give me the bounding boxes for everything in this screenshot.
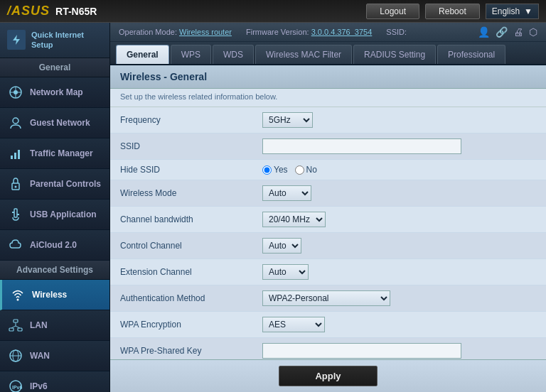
main-layout: Quick Internet Setup General Network Map bbox=[0, 23, 546, 392]
control-channel-control: Auto 1 6 11 bbox=[262, 238, 536, 254]
hide-ssid-radio-group: Yes No bbox=[262, 165, 317, 175]
wireless-icon bbox=[9, 286, 26, 303]
user-icon[interactable]: 👤 bbox=[478, 26, 490, 38]
sidebar-item-wan[interactable]: WAN bbox=[0, 341, 109, 371]
sidebar-label-wireless: Wireless bbox=[32, 290, 67, 300]
wpa-encryption-select[interactable]: AES TKIP TKIP+AES bbox=[262, 317, 325, 332]
form-inner: Wireless - General Set up the wireless r… bbox=[110, 65, 546, 392]
sidebar-label-lan: LAN bbox=[30, 320, 48, 330]
form-row-control-channel: Control Channel Auto 1 6 11 bbox=[110, 233, 546, 259]
form-row-ssid: SSID bbox=[110, 134, 546, 160]
tab-radius-setting[interactable]: RADIUS Setting bbox=[353, 45, 436, 64]
wan-icon bbox=[7, 347, 24, 364]
auth-method-select[interactable]: Open System WPA-Personal WPA2-Personal W… bbox=[262, 290, 390, 306]
form-row-hide-ssid: Hide SSID Yes No bbox=[110, 160, 546, 180]
hide-ssid-label: Hide SSID bbox=[120, 165, 262, 175]
frequency-label: Frequency bbox=[120, 115, 262, 125]
logout-button[interactable]: Logout bbox=[366, 4, 419, 19]
operation-mode-link[interactable]: Wireless router bbox=[179, 28, 232, 36]
svg-rect-19 bbox=[18, 328, 22, 331]
sidebar-item-traffic-manager[interactable]: Traffic Manager bbox=[0, 138, 109, 169]
form-content: setuprouter Wireless - General Set up th… bbox=[110, 65, 546, 392]
quick-setup-label: Quick Internet Setup bbox=[31, 30, 102, 50]
usb-application-icon bbox=[7, 206, 24, 223]
form-row-auth-method: Authentication Method Open System WPA-Pe… bbox=[110, 285, 546, 312]
language-select[interactable]: English ▼ bbox=[486, 4, 539, 19]
quick-setup-icon bbox=[7, 30, 26, 50]
form-title: Wireless - General bbox=[110, 65, 546, 89]
wireless-tabs: General WPS WDS Wireless MAC Filter RADI… bbox=[110, 42, 546, 65]
sidebar-label-network-map: Network Map bbox=[30, 87, 83, 97]
svg-line-22 bbox=[16, 326, 20, 328]
usb-icon[interactable]: ⬡ bbox=[529, 26, 537, 38]
ipv6-icon: IPv6 bbox=[7, 378, 24, 392]
apply-button[interactable]: Apply bbox=[279, 366, 377, 386]
sidebar-item-network-map[interactable]: Network Map bbox=[0, 77, 109, 108]
ssid-info: SSID: bbox=[386, 28, 407, 36]
logo: /ASUS RT-N65R bbox=[7, 4, 97, 18]
svg-rect-17 bbox=[14, 320, 18, 322]
wpa-key-input[interactable] bbox=[262, 343, 461, 359]
general-section-header: General bbox=[0, 58, 109, 77]
guest-network-icon bbox=[7, 114, 24, 131]
tab-professional[interactable]: Professional bbox=[437, 45, 505, 64]
tab-general[interactable]: General bbox=[116, 45, 169, 64]
quick-internet-setup[interactable]: Quick Internet Setup bbox=[0, 23, 109, 58]
tab-wps[interactable]: WPS bbox=[171, 45, 211, 64]
hide-ssid-control: Yes No bbox=[262, 165, 536, 175]
svg-point-16 bbox=[17, 298, 19, 300]
ssid-control bbox=[262, 138, 536, 154]
svg-rect-9 bbox=[14, 153, 16, 159]
wpa-key-control bbox=[262, 343, 536, 359]
svg-rect-10 bbox=[18, 150, 20, 159]
wpa-encryption-label: WPA Encryption bbox=[120, 320, 262, 330]
tab-wireless-mac-filter[interactable]: Wireless MAC Filter bbox=[255, 45, 352, 64]
printer-icon[interactable]: 🖨 bbox=[513, 26, 523, 38]
chevron-down-icon: ▼ bbox=[524, 6, 532, 16]
svg-marker-0 bbox=[13, 35, 20, 45]
traffic-manager-icon bbox=[7, 145, 24, 162]
extension-channel-label: Extension Channel bbox=[120, 267, 262, 277]
hide-ssid-yes-label[interactable]: Yes bbox=[262, 165, 288, 175]
svg-point-2 bbox=[14, 90, 18, 94]
hide-ssid-no-radio[interactable] bbox=[295, 165, 304, 175]
svg-rect-14 bbox=[12, 212, 14, 213]
channel-bandwidth-label: Channel bandwidth bbox=[120, 214, 262, 224]
wireless-mode-label: Wireless Mode bbox=[120, 188, 262, 198]
tab-wds[interactable]: WDS bbox=[213, 45, 254, 64]
svg-point-12 bbox=[15, 185, 17, 187]
advanced-section-header: Advanced Settings bbox=[0, 261, 109, 280]
svg-rect-8 bbox=[11, 156, 13, 159]
wpa-key-label: WPA Pre-Shared Key bbox=[120, 346, 262, 356]
sidebar-item-ipv6[interactable]: IPv6 IPv6 bbox=[0, 371, 109, 392]
form-row-extension-channel: Extension Channel Auto Above Below bbox=[110, 259, 546, 285]
channel-bandwidth-select[interactable]: 20 MHz 20/40 MHz 40 MHz bbox=[262, 212, 326, 227]
hide-ssid-yes-radio[interactable] bbox=[262, 165, 272, 175]
sidebar-item-lan[interactable]: LAN bbox=[0, 310, 109, 341]
frequency-select[interactable]: 2.4GHz 5GHz bbox=[262, 112, 313, 128]
sidebar-label-wan: WAN bbox=[30, 351, 50, 361]
sidebar-item-wireless[interactable]: Wireless bbox=[0, 280, 109, 310]
aicloud-icon bbox=[7, 236, 24, 254]
parental-controls-icon bbox=[7, 175, 24, 192]
ssid-input[interactable] bbox=[262, 138, 461, 154]
info-bar-icons: 👤 🔗 🖨 ⬡ bbox=[478, 26, 537, 38]
reboot-button[interactable]: Reboot bbox=[425, 4, 480, 19]
control-channel-select[interactable]: Auto 1 6 11 bbox=[262, 238, 301, 254]
sidebar-item-parental-controls[interactable]: Parental Controls bbox=[0, 169, 109, 200]
auth-method-control: Open System WPA-Personal WPA2-Personal W… bbox=[262, 290, 536, 306]
sidebar-item-aicloud[interactable]: AiCloud 2.0 bbox=[0, 230, 109, 261]
sidebar-item-usb-application[interactable]: USB Application bbox=[0, 200, 109, 230]
wireless-mode-select[interactable]: Auto N only Legacy bbox=[262, 185, 311, 201]
logo-model: RT-N65R bbox=[55, 6, 97, 17]
info-bar: Operation Mode: Wireless router Firmware… bbox=[110, 23, 546, 42]
extension-channel-select[interactable]: Auto Above Below bbox=[262, 264, 309, 280]
sidebar-label-aicloud: AiCloud 2.0 bbox=[30, 240, 77, 250]
hide-ssid-no-label[interactable]: No bbox=[295, 165, 317, 175]
sidebar: Quick Internet Setup General Network Map bbox=[0, 23, 110, 392]
frequency-control: 2.4GHz 5GHz bbox=[262, 112, 536, 128]
form-row-wireless-mode: Wireless Mode Auto N only Legacy bbox=[110, 180, 546, 207]
network-icon[interactable]: 🔗 bbox=[496, 26, 508, 38]
sidebar-item-guest-network[interactable]: Guest Network bbox=[0, 108, 109, 138]
firmware-link[interactable]: 3.0.0.4.376_3754 bbox=[311, 28, 373, 36]
